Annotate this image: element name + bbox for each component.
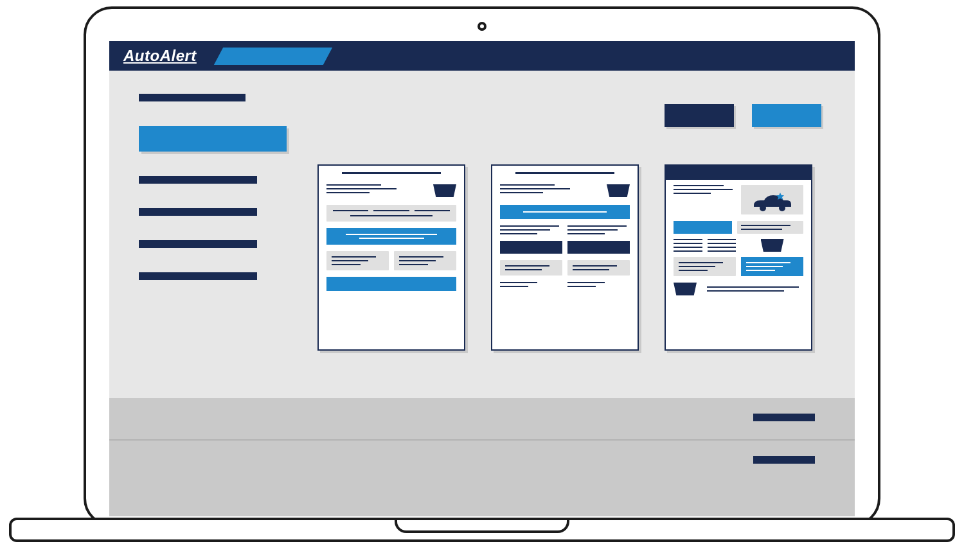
accent-action-button[interactable] xyxy=(752,104,821,127)
strip-action-1[interactable] xyxy=(753,414,815,421)
trapezoid-icon xyxy=(761,239,784,252)
template-card-2[interactable] xyxy=(491,164,639,351)
nav-item-5[interactable] xyxy=(139,240,257,248)
camera-icon xyxy=(478,22,486,31)
nav-item-1[interactable] xyxy=(139,94,245,101)
nav-item-4[interactable] xyxy=(139,208,257,216)
primary-action-button[interactable] xyxy=(665,104,734,127)
svg-point-0 xyxy=(760,205,766,211)
sidebar-nav xyxy=(139,94,287,280)
trapezoid-icon xyxy=(607,184,630,197)
laptop-screen: AutoAlert xyxy=(109,41,855,516)
active-tab[interactable] xyxy=(214,48,332,65)
bottom-strip-1 xyxy=(109,398,855,441)
trapezoid-icon xyxy=(674,283,697,295)
nav-item-6[interactable] xyxy=(139,272,257,280)
bottom-strip-2 xyxy=(109,441,855,516)
top-bar: AutoAlert xyxy=(109,41,855,71)
strip-action-2[interactable] xyxy=(753,456,815,464)
laptop-base xyxy=(9,518,955,548)
app-screen: AutoAlert xyxy=(109,41,855,516)
template-preview-row xyxy=(317,164,829,351)
nav-item-selected[interactable] xyxy=(139,126,287,152)
svg-point-1 xyxy=(779,205,785,211)
car-icon xyxy=(751,191,794,213)
template-card-3[interactable] xyxy=(665,164,812,351)
nav-item-3[interactable] xyxy=(139,176,257,184)
vendor-logo: AutoAlert xyxy=(123,47,197,65)
template-card-1[interactable] xyxy=(317,164,465,351)
trapezoid-icon xyxy=(433,184,456,197)
laptop-frame: AutoAlert xyxy=(84,6,880,527)
